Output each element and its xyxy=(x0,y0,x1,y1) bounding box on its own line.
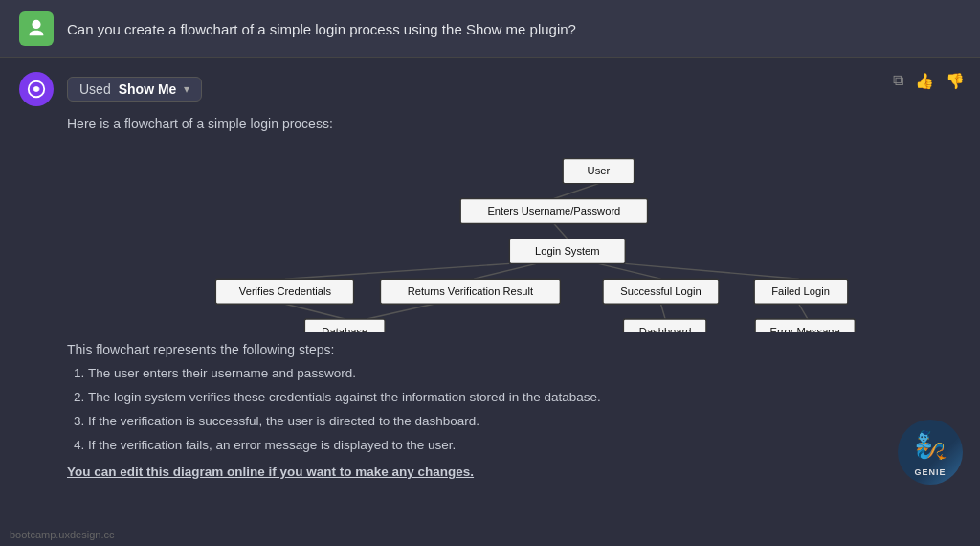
flowchart-svg: User Enters Username/Password Login Syst… xyxy=(67,141,961,332)
edit-diagram-link[interactable]: You can edit this diagram online if you … xyxy=(67,465,961,479)
thumbdown-icon[interactable]: 👎 xyxy=(946,72,965,90)
node-user: User xyxy=(563,159,634,184)
svg-text:Login System: Login System xyxy=(535,245,600,257)
watermark-badge: 🧞 GENIE xyxy=(898,420,965,487)
plugin-prefix: Used xyxy=(79,81,111,97)
step-3: If the verification is successful, the u… xyxy=(88,411,961,433)
node-verifies-credentials: Verifies Credentials xyxy=(215,279,353,304)
step-2: The login system verifies these credenti… xyxy=(88,387,961,409)
node-returns-verification: Returns Verification Result xyxy=(380,279,560,304)
assistant-avatar xyxy=(19,72,54,106)
svg-text:Database: Database xyxy=(322,326,368,332)
step-1: The user enters their username and passw… xyxy=(88,363,961,385)
chatgpt-logo-icon xyxy=(26,79,47,100)
copy-icon[interactable]: ⧉ xyxy=(893,72,903,90)
svg-line-8 xyxy=(285,304,345,319)
user-icon xyxy=(26,18,47,39)
steps-title: This flowchart represents the following … xyxy=(67,342,961,357)
svg-line-9 xyxy=(368,304,434,319)
node-enter-credentials: Enters Username/Password xyxy=(460,198,647,223)
svg-text:Dashboard: Dashboard xyxy=(639,326,692,332)
svg-text:Returns Verification Result: Returns Verification Result xyxy=(408,285,534,297)
response-intro: Here is a flowchart of a simple login pr… xyxy=(67,116,961,131)
user-message-bar: Can you create a flowchart of a simple l… xyxy=(0,0,980,58)
watermark-label: GENIE xyxy=(898,467,963,477)
svg-text:Enters Username/Password: Enters Username/Password xyxy=(487,205,620,216)
node-database: Database xyxy=(304,319,385,332)
svg-line-2 xyxy=(554,184,599,199)
watermark-genie-icon: 🧞 xyxy=(914,429,947,461)
svg-line-3 xyxy=(554,224,568,239)
watermark-circle: 🧞 GENIE xyxy=(898,420,963,485)
plugin-badge[interactable]: Used Show Me ▾ xyxy=(67,77,202,102)
svg-text:Failed Login: Failed Login xyxy=(771,285,830,297)
user-avatar xyxy=(19,11,54,46)
svg-line-11 xyxy=(799,304,808,319)
plugin-name: Show Me xyxy=(119,81,177,97)
svg-text:Error Message: Error Message xyxy=(770,326,840,332)
node-dashboard: Dashboard xyxy=(623,319,706,332)
chevron-down-icon: ▾ xyxy=(184,82,189,96)
assistant-header: Used Show Me ▾ xyxy=(19,72,961,106)
svg-text:Verifies Credentials: Verifies Credentials xyxy=(239,285,332,297)
user-query-text: Can you create a flowchart of a simple l… xyxy=(67,21,576,37)
thumbup-icon[interactable]: 👍 xyxy=(915,72,934,90)
svg-point-1 xyxy=(33,86,39,92)
svg-line-10 xyxy=(660,304,665,319)
steps-section: This flowchart represents the following … xyxy=(67,342,961,457)
node-failed-login: Failed Login xyxy=(754,279,848,304)
svg-text:Successful Login: Successful Login xyxy=(620,285,701,297)
svg-line-4 xyxy=(285,263,509,279)
main-content: ⧉ 👍 👎 Used Show Me ▾ Here is a flowchart… xyxy=(0,58,980,489)
step-4: If the verification fails, an error mess… xyxy=(88,435,961,457)
node-login-system: Login System xyxy=(509,239,625,263)
node-successful-login: Successful Login xyxy=(603,279,719,304)
steps-list: The user enters their username and passw… xyxy=(67,363,961,457)
footer-url: bootcamp.uxdesign.cc xyxy=(10,529,114,540)
action-icons-group: ⧉ 👍 👎 xyxy=(893,72,965,90)
node-error-message: Error Message xyxy=(755,319,855,332)
flowchart-container: User Enters Username/Password Login Syst… xyxy=(67,141,961,332)
svg-text:User: User xyxy=(588,165,611,176)
